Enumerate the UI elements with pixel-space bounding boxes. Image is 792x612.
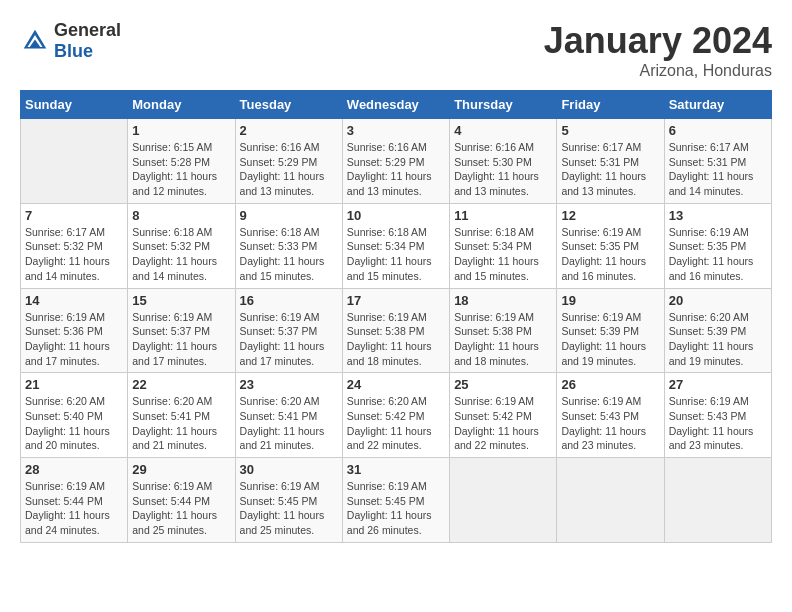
day-info: Sunrise: 6:17 AM Sunset: 5:31 PM Dayligh… (669, 140, 767, 199)
day-number: 31 (347, 462, 445, 477)
day-number: 8 (132, 208, 230, 223)
calendar-cell: 11Sunrise: 6:18 AM Sunset: 5:34 PM Dayli… (450, 203, 557, 288)
calendar-cell: 29Sunrise: 6:19 AM Sunset: 5:44 PM Dayli… (128, 458, 235, 543)
calendar-header-tuesday: Tuesday (235, 91, 342, 119)
calendar-cell: 7Sunrise: 6:17 AM Sunset: 5:32 PM Daylig… (21, 203, 128, 288)
logo: General Blue (20, 20, 121, 62)
calendar-cell: 24Sunrise: 6:20 AM Sunset: 5:42 PM Dayli… (342, 373, 449, 458)
day-info: Sunrise: 6:19 AM Sunset: 5:43 PM Dayligh… (669, 394, 767, 453)
day-info: Sunrise: 6:16 AM Sunset: 5:30 PM Dayligh… (454, 140, 552, 199)
day-info: Sunrise: 6:19 AM Sunset: 5:35 PM Dayligh… (561, 225, 659, 284)
calendar-header-wednesday: Wednesday (342, 91, 449, 119)
day-info: Sunrise: 6:17 AM Sunset: 5:32 PM Dayligh… (25, 225, 123, 284)
calendar-week-3: 14Sunrise: 6:19 AM Sunset: 5:36 PM Dayli… (21, 288, 772, 373)
subtitle: Arizona, Honduras (544, 62, 772, 80)
day-info: Sunrise: 6:19 AM Sunset: 5:37 PM Dayligh… (132, 310, 230, 369)
day-number: 18 (454, 293, 552, 308)
day-number: 30 (240, 462, 338, 477)
day-info: Sunrise: 6:19 AM Sunset: 5:36 PM Dayligh… (25, 310, 123, 369)
day-number: 6 (669, 123, 767, 138)
calendar-header-sunday: Sunday (21, 91, 128, 119)
calendar-cell: 16Sunrise: 6:19 AM Sunset: 5:37 PM Dayli… (235, 288, 342, 373)
day-info: Sunrise: 6:19 AM Sunset: 5:39 PM Dayligh… (561, 310, 659, 369)
calendar-cell (21, 119, 128, 204)
day-number: 21 (25, 377, 123, 392)
day-number: 7 (25, 208, 123, 223)
day-info: Sunrise: 6:20 AM Sunset: 5:42 PM Dayligh… (347, 394, 445, 453)
calendar-cell: 13Sunrise: 6:19 AM Sunset: 5:35 PM Dayli… (664, 203, 771, 288)
logo-text-blue: Blue (54, 41, 93, 61)
day-number: 4 (454, 123, 552, 138)
logo-icon (20, 26, 50, 56)
calendar-header-thursday: Thursday (450, 91, 557, 119)
calendar-cell: 2Sunrise: 6:16 AM Sunset: 5:29 PM Daylig… (235, 119, 342, 204)
calendar-cell: 6Sunrise: 6:17 AM Sunset: 5:31 PM Daylig… (664, 119, 771, 204)
day-number: 17 (347, 293, 445, 308)
calendar-week-2: 7Sunrise: 6:17 AM Sunset: 5:32 PM Daylig… (21, 203, 772, 288)
calendar-cell: 9Sunrise: 6:18 AM Sunset: 5:33 PM Daylig… (235, 203, 342, 288)
calendar-header-saturday: Saturday (664, 91, 771, 119)
calendar-cell: 23Sunrise: 6:20 AM Sunset: 5:41 PM Dayli… (235, 373, 342, 458)
calendar-cell: 17Sunrise: 6:19 AM Sunset: 5:38 PM Dayli… (342, 288, 449, 373)
calendar-cell: 22Sunrise: 6:20 AM Sunset: 5:41 PM Dayli… (128, 373, 235, 458)
calendar-cell: 1Sunrise: 6:15 AM Sunset: 5:28 PM Daylig… (128, 119, 235, 204)
day-info: Sunrise: 6:17 AM Sunset: 5:31 PM Dayligh… (561, 140, 659, 199)
calendar-cell (557, 458, 664, 543)
calendar-cell: 28Sunrise: 6:19 AM Sunset: 5:44 PM Dayli… (21, 458, 128, 543)
day-info: Sunrise: 6:19 AM Sunset: 5:37 PM Dayligh… (240, 310, 338, 369)
day-info: Sunrise: 6:19 AM Sunset: 5:42 PM Dayligh… (454, 394, 552, 453)
day-info: Sunrise: 6:19 AM Sunset: 5:38 PM Dayligh… (454, 310, 552, 369)
calendar-cell: 26Sunrise: 6:19 AM Sunset: 5:43 PM Dayli… (557, 373, 664, 458)
day-number: 25 (454, 377, 552, 392)
day-info: Sunrise: 6:20 AM Sunset: 5:39 PM Dayligh… (669, 310, 767, 369)
day-info: Sunrise: 6:18 AM Sunset: 5:34 PM Dayligh… (454, 225, 552, 284)
day-info: Sunrise: 6:16 AM Sunset: 5:29 PM Dayligh… (347, 140, 445, 199)
calendar-cell: 21Sunrise: 6:20 AM Sunset: 5:40 PM Dayli… (21, 373, 128, 458)
day-number: 11 (454, 208, 552, 223)
day-info: Sunrise: 6:19 AM Sunset: 5:45 PM Dayligh… (240, 479, 338, 538)
calendar-cell: 5Sunrise: 6:17 AM Sunset: 5:31 PM Daylig… (557, 119, 664, 204)
calendar-header-row: SundayMondayTuesdayWednesdayThursdayFrid… (21, 91, 772, 119)
calendar-cell: 27Sunrise: 6:19 AM Sunset: 5:43 PM Dayli… (664, 373, 771, 458)
day-info: Sunrise: 6:19 AM Sunset: 5:45 PM Dayligh… (347, 479, 445, 538)
day-number: 9 (240, 208, 338, 223)
day-number: 29 (132, 462, 230, 477)
day-info: Sunrise: 6:19 AM Sunset: 5:44 PM Dayligh… (132, 479, 230, 538)
calendar-cell: 18Sunrise: 6:19 AM Sunset: 5:38 PM Dayli… (450, 288, 557, 373)
calendar-header-friday: Friday (557, 91, 664, 119)
day-number: 15 (132, 293, 230, 308)
main-title: January 2024 (544, 20, 772, 62)
day-number: 27 (669, 377, 767, 392)
page-header: General Blue January 2024 Arizona, Hondu… (20, 20, 772, 80)
day-number: 2 (240, 123, 338, 138)
day-number: 26 (561, 377, 659, 392)
title-block: January 2024 Arizona, Honduras (544, 20, 772, 80)
day-info: Sunrise: 6:18 AM Sunset: 5:32 PM Dayligh… (132, 225, 230, 284)
day-info: Sunrise: 6:18 AM Sunset: 5:34 PM Dayligh… (347, 225, 445, 284)
day-info: Sunrise: 6:15 AM Sunset: 5:28 PM Dayligh… (132, 140, 230, 199)
calendar-cell: 3Sunrise: 6:16 AM Sunset: 5:29 PM Daylig… (342, 119, 449, 204)
calendar-week-1: 1Sunrise: 6:15 AM Sunset: 5:28 PM Daylig… (21, 119, 772, 204)
day-info: Sunrise: 6:19 AM Sunset: 5:38 PM Dayligh… (347, 310, 445, 369)
day-number: 20 (669, 293, 767, 308)
day-info: Sunrise: 6:18 AM Sunset: 5:33 PM Dayligh… (240, 225, 338, 284)
day-number: 1 (132, 123, 230, 138)
day-number: 28 (25, 462, 123, 477)
day-info: Sunrise: 6:20 AM Sunset: 5:41 PM Dayligh… (132, 394, 230, 453)
day-number: 24 (347, 377, 445, 392)
calendar-cell: 4Sunrise: 6:16 AM Sunset: 5:30 PM Daylig… (450, 119, 557, 204)
day-info: Sunrise: 6:16 AM Sunset: 5:29 PM Dayligh… (240, 140, 338, 199)
calendar-cell: 10Sunrise: 6:18 AM Sunset: 5:34 PM Dayli… (342, 203, 449, 288)
calendar-cell: 14Sunrise: 6:19 AM Sunset: 5:36 PM Dayli… (21, 288, 128, 373)
day-number: 12 (561, 208, 659, 223)
day-number: 19 (561, 293, 659, 308)
calendar-cell: 12Sunrise: 6:19 AM Sunset: 5:35 PM Dayli… (557, 203, 664, 288)
calendar-cell: 8Sunrise: 6:18 AM Sunset: 5:32 PM Daylig… (128, 203, 235, 288)
calendar-week-4: 21Sunrise: 6:20 AM Sunset: 5:40 PM Dayli… (21, 373, 772, 458)
calendar-cell: 20Sunrise: 6:20 AM Sunset: 5:39 PM Dayli… (664, 288, 771, 373)
calendar-table: SundayMondayTuesdayWednesdayThursdayFrid… (20, 90, 772, 543)
calendar-cell: 15Sunrise: 6:19 AM Sunset: 5:37 PM Dayli… (128, 288, 235, 373)
day-number: 13 (669, 208, 767, 223)
day-number: 23 (240, 377, 338, 392)
calendar-cell (664, 458, 771, 543)
